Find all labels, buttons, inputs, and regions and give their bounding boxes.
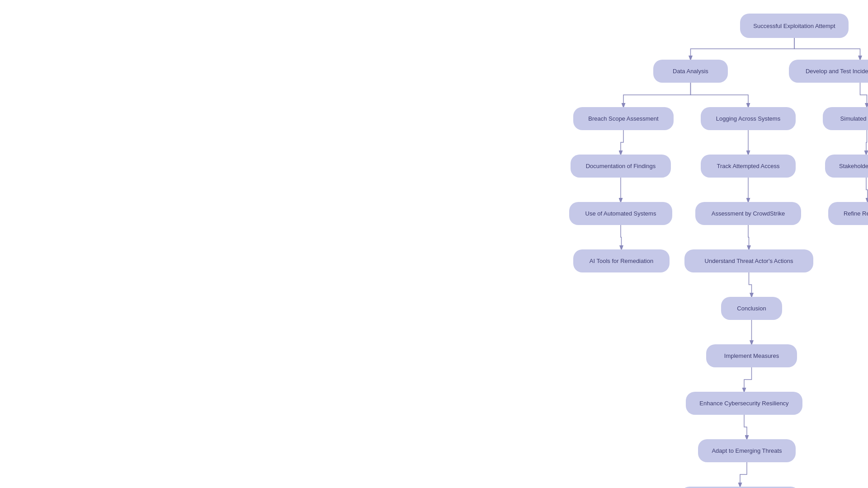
node-enhance: Enhance Cybersecurity Resiliency xyxy=(686,392,802,415)
diagram-container: Successful Exploitation AttemptData Anal… xyxy=(0,0,868,488)
node-simulated: Simulated Exercises xyxy=(823,107,868,130)
node-refine: Refine Responses xyxy=(828,202,868,225)
node-root: Successful Exploitation Attempt xyxy=(740,14,849,38)
node-adapt: Adapt to Emerging Threats xyxy=(698,439,796,462)
node-doc-findings: Documentation of Findings xyxy=(571,155,671,178)
node-automated-sys: Use of Automated Systems xyxy=(569,202,672,225)
node-track-access: Track Attempted Access xyxy=(701,155,796,178)
node-logging: Logging Across Systems xyxy=(701,107,796,130)
connectors-svg xyxy=(0,0,868,488)
node-ai-tools: AI Tools for Remediation xyxy=(573,249,670,272)
node-stakeholder: Stakeholder Practice xyxy=(825,155,868,178)
node-understand-threat: Understand Threat Actor's Actions xyxy=(684,249,813,272)
node-crowdstrike: Assessment by CrowdStrike xyxy=(695,202,801,225)
node-conclusion: Conclusion xyxy=(721,297,782,320)
node-dev-test: Develop and Test Incident Response Plan xyxy=(789,60,868,83)
node-data-analysis: Data Analysis xyxy=(653,60,728,83)
node-breach-scope: Breach Scope Assessment xyxy=(573,107,674,130)
node-implement: Implement Measures xyxy=(706,344,797,367)
